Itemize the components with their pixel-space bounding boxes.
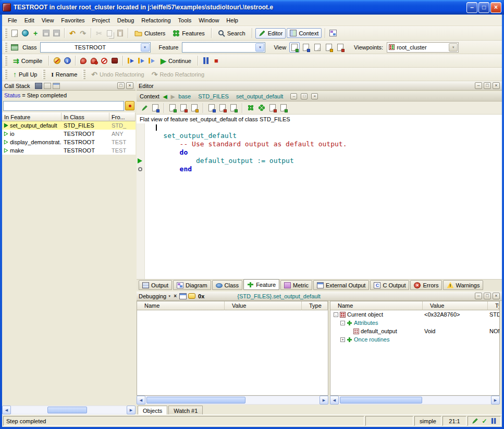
float-tool-icon[interactable] [44,83,51,89]
call-stack-frame[interactable]: io TESTROOT ANY [2,130,136,138]
code-line[interactable] [147,123,502,132]
compile-button[interactable]: ⇉ Compile [10,55,45,67]
assignees-icon[interactable] [218,103,227,112]
context-toggle-button[interactable]: Context [287,28,322,38]
redo-refactoring-button[interactable]: ↷ Redo Refactoring [149,69,207,80]
close-tool-icon[interactable]: × [126,82,133,89]
close-debug-tool-icon[interactable]: × [173,293,178,299]
diagram-tool-icon[interactable] [328,29,338,38]
callees-icon[interactable] [207,103,216,112]
suppliers-icon[interactable] [279,103,288,112]
scrollbar-track[interactable] [11,406,127,414]
breakpoint-gutter[interactable] [137,123,145,279]
close-button[interactable]: × [490,2,501,13]
maximize-context-icon[interactable]: □ [301,93,308,99]
code-line[interactable]: default_output := output [147,157,502,165]
menu-item[interactable]: Edit [21,16,38,25]
feature-dropdown-icon[interactable]: ▼ [255,43,264,52]
menu-item[interactable]: Favorites [57,16,88,25]
menu-item[interactable]: Help [223,16,242,25]
debugging-header[interactable]: Debugging ▼ × 0x {STD_FILES}.set_output_… [137,292,502,301]
menu-item[interactable]: File [4,16,21,25]
scroll-right-icon[interactable]: ▶ [319,396,328,405]
assigners-icon[interactable] [179,103,188,112]
copy-icon[interactable] [105,29,114,38]
forward-icon[interactable]: ▶ [171,94,175,99]
save-all-icon[interactable] [52,29,61,38]
open-in-new-editor-icon[interactable] [151,103,160,112]
call-stack-frame[interactable]: set_output_default STD_FILES STD_ [2,121,136,130]
code-line[interactable]: end [147,165,502,173]
object-tree-row[interactable]: default_output Void NON [330,327,499,335]
tree-expander[interactable]: - [334,312,338,317]
undo-refactoring-button[interactable]: ↶ Undo Refactoring [88,69,147,80]
back-icon[interactable]: ◀ [163,94,167,99]
descendants-icon[interactable] [257,103,266,112]
maximize-button[interactable]: □ [478,2,489,13]
close-context-icon[interactable]: × [311,93,318,99]
scroll-left-icon[interactable]: ◀ [2,406,11,414]
save-icon[interactable] [41,29,51,38]
menu-item[interactable]: Refactoring [138,16,174,25]
class-tool-icon[interactable] [10,43,19,52]
debugging-dropdown-icon[interactable]: ▼ [168,295,171,298]
info-icon[interactable]: i [63,56,72,66]
call-stack-frame[interactable]: make TESTROOT TEST [2,146,136,155]
code-line[interactable]: -- Use standard output as default output… [147,140,502,148]
features-button[interactable]: Features [169,28,207,39]
rename-button[interactable]: I Rename [48,70,80,79]
viewpoints-dropdown-icon[interactable]: ▼ [449,43,458,52]
toolbar-grip[interactable] [5,43,7,52]
menu-item[interactable]: Project [89,16,114,25]
maximize-debug-icon[interactable]: □ [484,293,491,299]
context-crumb[interactable]: set_output_default [236,93,284,99]
editor-tab[interactable]: Feature [243,279,279,290]
maximize-tool-icon[interactable]: □ [117,82,125,89]
debug-run-icon[interactable] [79,56,88,66]
call-stack-header[interactable]: Call Stack □ × [2,81,136,91]
editor-toggle-button[interactable]: Editor [255,28,286,39]
dock-tool-icon[interactable] [53,83,60,89]
clusters-button[interactable]: Clusters [131,28,168,38]
minimize-context-icon[interactable]: – [290,93,297,99]
column-header[interactable]: Fro... [109,112,136,121]
close-debug-icon[interactable]: × [493,293,500,299]
menu-item[interactable]: View [38,16,58,25]
stack-depth-input[interactable] [3,101,124,111]
editor-content[interactable]: Flat view of feature set_output_default … [137,115,502,279]
view-contract-button[interactable] [324,42,334,53]
object-tree-row[interactable]: - Current object <0x32A8760> STD_ [330,310,499,319]
class-combobox[interactable]: TESTROOT ▼ [40,42,151,53]
editor-header[interactable]: Editor – □ × [137,81,502,91]
context-crumb[interactable]: base [178,93,191,99]
view-interface-button[interactable] [335,42,346,53]
ignore-breakpoints-icon[interactable] [52,56,62,66]
menu-item[interactable]: Debug [114,16,138,25]
column-header[interactable]: Name [330,301,423,310]
editor-tab[interactable]: Class [212,280,243,290]
minimize-button[interactable]: – [466,2,477,13]
close-editor-icon[interactable]: × [493,82,500,89]
cut-icon[interactable]: ✂ [94,29,104,38]
continue-button[interactable]: ▶ Continue [157,55,194,67]
objects-hscrollbar[interactable]: ◀ ▶ [330,396,500,405]
code-line[interactable]: do [147,148,502,157]
menu-item[interactable]: Window [195,16,223,25]
toolbar-grip[interactable] [5,56,7,66]
column-header[interactable]: Typ [488,301,499,310]
menu-item[interactable]: Tools [175,16,195,25]
column-header[interactable]: Value [423,301,488,310]
view-editable-button[interactable] [289,42,300,53]
editor-tab[interactable]: Output [139,280,172,290]
stop-icon[interactable]: ■ [212,56,221,66]
view-flat-button[interactable] [312,42,323,53]
class-dropdown-icon[interactable]: ▼ [141,43,150,52]
detach-tool-icon[interactable] [179,293,187,299]
toolbar-grip[interactable] [5,70,7,79]
column-header[interactable]: Type [302,301,328,310]
hex-format-toggle[interactable]: 0x [198,293,204,299]
code-line[interactable]: set_output_default [147,132,502,140]
column-header[interactable]: In Feature [2,112,62,121]
edit-feature-icon[interactable] [140,103,149,112]
column-header[interactable]: Value [225,301,302,310]
